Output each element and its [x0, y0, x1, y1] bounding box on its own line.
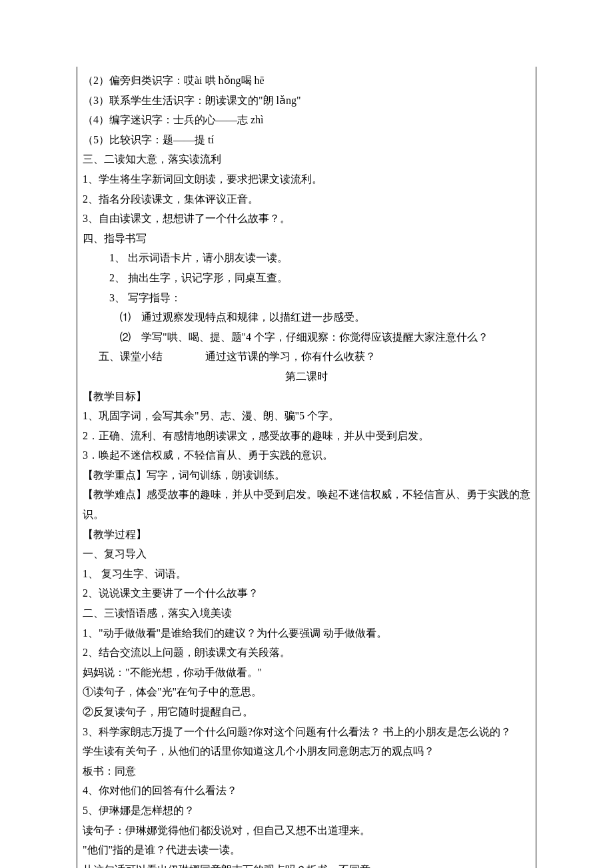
text-line: 妈妈说："不能光想，你动手做做看。"	[83, 663, 530, 683]
text-line: 读句子：伊琳娜觉得他们都没说对，但自己又想不出道理来。	[83, 821, 530, 841]
text-line: 2、结合交流以上问题，朗读课文有关段落。	[83, 643, 530, 663]
document-body: （2）偏旁归类识字：哎ài 哄 hǒng喝 hē （3）联系学生生活识字：朗读课…	[77, 67, 536, 868]
text-line: 五、课堂小结 通过这节课的学习，你有什么收获？	[83, 347, 530, 367]
section-heading: 二、三读悟语感，落实入境美读	[83, 603, 530, 623]
text-line: （2）偏旁归类识字：哎ài 哄 hǒng喝 hē	[83, 71, 530, 91]
text-line: （3）联系学生生活识字：朗读课文的"朗 lǎng"	[83, 91, 530, 111]
section-heading: 【教学过程】	[83, 525, 530, 545]
section-heading: 【教学目标】	[83, 387, 530, 407]
text-line: 1、巩固字词，会写其余"另、志、漫、朗、骗"5 个字。	[83, 406, 530, 426]
text-line: ②反复读句子，用它随时提醒自己。	[83, 702, 530, 722]
text-line: 1、 复习生字、词语。	[83, 564, 530, 584]
text-line: "他们"指的是谁？代进去读一读。	[83, 840, 530, 860]
lesson-title: 第二课时	[83, 367, 530, 387]
text-line: 4、你对他们的回答有什么看法？	[83, 781, 530, 801]
section-heading: 四、指导书写	[83, 229, 530, 249]
text-line: ⑴ 通过观察发现特点和规律，以描红进一步感受。	[83, 307, 530, 327]
text-line: 5、伊琳娜是怎样想的？	[83, 801, 530, 821]
text-line: （4）编字迷识字：士兵的心——志 zhì	[83, 110, 530, 130]
text-line: 3、自由读课文，想想讲了一个什么故事？。	[83, 209, 530, 229]
text-line: 1、 出示词语卡片，请小朋友读一读。	[83, 248, 530, 268]
text-line: 2、 抽出生字，识记字形，同桌互查。	[83, 268, 530, 288]
text-line: ①读句子，体会"光"在句子中的意思。	[83, 682, 530, 702]
text-line: 1、"动手做做看"是谁给我们的建议？为什么要强调 动手做做看。	[83, 623, 530, 643]
text-line: 1、学生将生字新词回文朗读，要求把课文读流利。	[83, 169, 530, 189]
section-heading: 【教学难点】感受故事的趣味，并从中受到启发。唤起不迷信权威，不轻信盲从、勇于实践…	[83, 485, 530, 524]
text-line: 2．正确、流利、有感情地朗读课文，感受故事的趣味，并从中受到启发。	[83, 426, 530, 446]
text-line: ⑵ 学写"哄、喝、提、题"4 个字，仔细观察：你觉得应该提醒大家注意什么？	[83, 327, 530, 347]
text-line: 从这句话可以看出伊琳娜同意朗志万的观点吗？板书：不同意	[83, 860, 530, 868]
text-line: 3．唤起不迷信权威，不轻信盲从、勇于实践的意识。	[83, 445, 530, 465]
text-line: 3、 写字指导：	[83, 288, 530, 308]
text-line: 板书：同意	[83, 761, 530, 781]
text-line: 学生读有关句子，从他们的话里你知道这几个小朋友同意朗志万的观点吗？	[83, 741, 530, 761]
text-line: 3、科学家朗志万提了一个什么问题?你对这个问题有什么看法？ 书上的小朋友是怎么说…	[83, 722, 530, 742]
text-line: （5）比较识字：题——提 tí	[83, 130, 530, 150]
section-heading: 【教学重点】写字，词句训练，朗读训练。	[83, 465, 530, 485]
text-line: 2、指名分段读课文，集体评议正音。	[83, 189, 530, 209]
section-heading: 三、二读知大意，落实读流利	[83, 149, 530, 169]
text-line: 2、说说课文主要讲了一个什么故事？	[83, 583, 530, 603]
section-heading: 一、复习导入	[83, 544, 530, 564]
